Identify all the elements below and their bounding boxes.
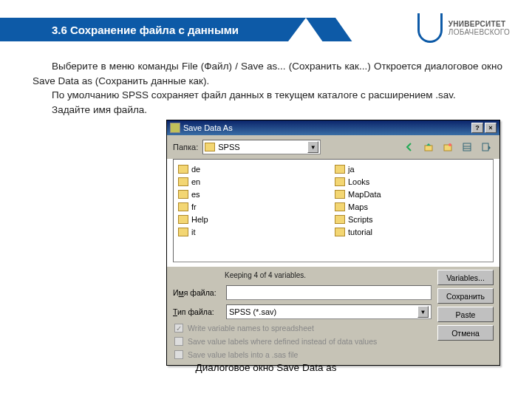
folder-icon <box>178 202 188 211</box>
view-list-button[interactable] <box>460 140 474 154</box>
chevron-down-icon[interactable]: ▼ <box>307 141 318 153</box>
folder-item[interactable]: MapData <box>333 188 490 200</box>
checkbox-1: ✓ <box>174 324 183 332</box>
folder-item-label: Scripts <box>348 215 373 224</box>
checkbox-3-label: Save value labels into a .sas file <box>188 350 298 359</box>
help-button[interactable]: ? <box>471 123 483 133</box>
folder-item-label: Looks <box>348 177 369 186</box>
close-button[interactable]: × <box>485 123 497 133</box>
file-list-pane[interactable]: deenesfrHelpit jaLooksMapDataMapsScripts… <box>173 159 494 262</box>
folder-label: Папка: <box>173 143 198 151</box>
filename-input[interactable] <box>226 285 432 300</box>
svg-rect-6 <box>482 143 488 151</box>
keeping-text: Keeping 4 of 4 variables. <box>173 270 432 281</box>
folder-item-label: ja <box>348 165 355 174</box>
folder-item[interactable]: es <box>177 188 333 200</box>
svg-point-2 <box>449 143 451 146</box>
up-folder-button[interactable] <box>421 140 436 154</box>
new-folder-button[interactable] <box>440 140 455 154</box>
body-text: Выберите в меню команды File (Файл) / Sa… <box>33 59 502 117</box>
checkbox-row-3: Save value labels into a .sas file <box>173 350 432 359</box>
logo-line2: ЛОБАЧЕВСКОГО <box>449 28 510 36</box>
folder-item[interactable]: tutorial <box>333 225 490 238</box>
folder-item[interactable]: Looks <box>333 175 490 188</box>
save-button[interactable]: Сохранить <box>437 288 494 304</box>
logo-line1: УНИВЕРСИТЕТ <box>449 20 510 28</box>
folder-item-label: MapData <box>348 190 381 199</box>
dialog-title: Save Data As <box>183 123 233 132</box>
folder-item[interactable]: it <box>177 225 333 238</box>
checkbox-row-2: Save value labels where defined instead … <box>173 337 432 346</box>
filetype-label: Тип файла: <box>173 307 222 316</box>
folder-item-label: fr <box>191 202 197 211</box>
filetype-value: SPSS (*.sav) <box>229 307 276 316</box>
save-dialog: Save Data As ? × Папка: SPSS ▼ deenesfrH… <box>166 120 500 366</box>
university-logo: УНИВЕРСИТЕТ ЛОБАЧЕВСКОГО <box>417 13 510 43</box>
logo-text: УНИВЕРСИТЕТ ЛОБАЧЕВСКОГО <box>449 20 510 36</box>
slide-title-bar: 3.6 Сохранение файла с данными <box>0 18 288 41</box>
file-col-left: deenesfrHelpit <box>177 163 333 259</box>
chevron-down-icon[interactable]: ▼ <box>417 306 429 318</box>
file-col-right: jaLooksMapDataMapsScriptstutorial <box>333 163 490 259</box>
app-icon <box>170 123 180 133</box>
folder-item[interactable]: fr <box>177 200 333 213</box>
checkbox-1-label: Write variable names to spreadsheet <box>188 324 314 332</box>
logo-u-icon <box>417 13 443 43</box>
figure-caption: Диалоговое окно Save Data as <box>0 362 532 373</box>
folder-item-label: tutorial <box>348 228 372 236</box>
folder-icon <box>178 215 188 224</box>
folder-icon <box>335 177 345 186</box>
paste-button[interactable]: Paste <box>437 307 494 322</box>
folder-toolbar: Папка: SPSS ▼ <box>167 135 499 159</box>
header-accent-2 <box>306 18 352 41</box>
folder-item[interactable]: de <box>177 163 333 175</box>
folder-item[interactable]: Scripts <box>333 213 490 225</box>
folder-icon <box>335 165 345 174</box>
folder-icon <box>178 165 188 174</box>
checkbox-2 <box>174 337 183 346</box>
folder-value: SPSS <box>218 143 239 151</box>
folder-icon <box>178 190 188 199</box>
folder-item-label: Maps <box>348 202 368 211</box>
folder-icon <box>335 228 345 236</box>
folder-item[interactable]: en <box>177 175 333 188</box>
back-button[interactable] <box>402 140 417 154</box>
paragraph-3: Задайте имя файла. <box>33 103 502 117</box>
dialog-lower: Keeping 4 of 4 variables. Имя файла: Тип… <box>167 267 499 365</box>
folder-item[interactable]: Help <box>177 213 333 225</box>
variables-button[interactable]: Variables... <box>437 270 494 285</box>
checkbox-3 <box>174 350 183 359</box>
header-accent-1 <box>288 18 306 41</box>
svg-rect-3 <box>463 143 471 151</box>
dialog-titlebar[interactable]: Save Data As ? × <box>167 120 499 135</box>
paragraph-1: Выберите в меню команды File (Файл) / Sa… <box>33 59 502 88</box>
folder-icon <box>178 177 188 186</box>
slide-title: 3.6 Сохранение файла с данными <box>52 24 239 36</box>
filename-label: Имя файла: <box>173 288 222 297</box>
cancel-button[interactable]: Отмена <box>437 325 494 341</box>
folder-icon <box>335 190 345 199</box>
checkbox-2-label: Save value labels where defined instead … <box>188 337 377 346</box>
folder-icon <box>178 228 188 236</box>
folder-item-label: Help <box>191 215 208 224</box>
folder-item-label: de <box>191 165 200 174</box>
checkbox-row-1: ✓ Write variable names to spreadsheet <box>173 324 432 332</box>
paragraph-2: По умолчанию SPSS сохраняет файл данных … <box>33 88 502 103</box>
folder-icon <box>335 202 345 211</box>
folder-icon <box>335 215 345 224</box>
svg-rect-0 <box>425 146 432 151</box>
folder-icon <box>205 143 215 151</box>
view-menu-button[interactable] <box>479 140 494 154</box>
filetype-combo[interactable]: SPSS (*.sav) ▼ <box>226 304 432 319</box>
folder-item-label: es <box>191 190 200 199</box>
folder-item-label: it <box>191 228 196 236</box>
folder-item[interactable]: ja <box>333 163 490 175</box>
folder-combo[interactable]: SPSS ▼ <box>202 140 321 154</box>
folder-item-label: en <box>191 177 200 186</box>
folder-item[interactable]: Maps <box>333 200 490 213</box>
